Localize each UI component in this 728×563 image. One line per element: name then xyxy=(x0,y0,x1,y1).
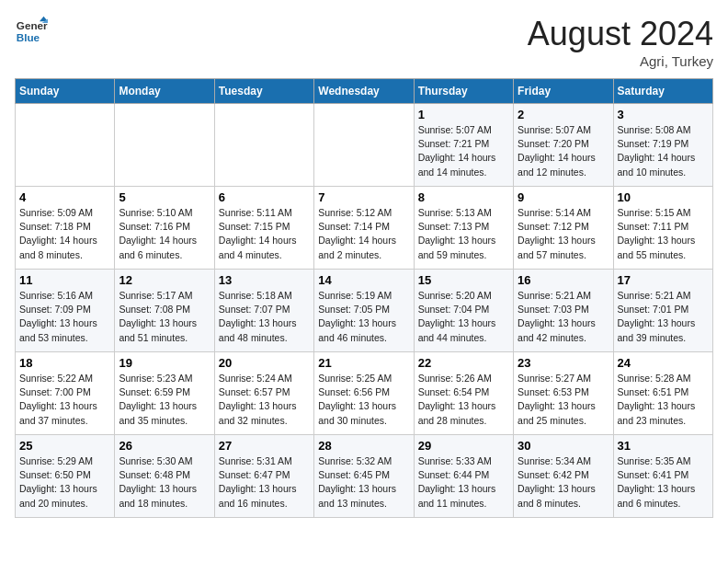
day-info: Sunrise: 5:23 AM Sunset: 6:59 PM Dayligh… xyxy=(119,372,210,428)
calendar-cell: 17Sunrise: 5:21 AM Sunset: 7:01 PM Dayli… xyxy=(613,270,712,352)
calendar-cell: 8Sunrise: 5:13 AM Sunset: 7:13 PM Daylig… xyxy=(414,187,513,270)
day-info: Sunrise: 5:14 AM Sunset: 7:12 PM Dayligh… xyxy=(518,206,609,262)
calendar-cell: 14Sunrise: 5:19 AM Sunset: 7:05 PM Dayli… xyxy=(314,270,414,352)
day-number: 23 xyxy=(518,356,609,370)
calendar-cell: 23Sunrise: 5:27 AM Sunset: 6:53 PM Dayli… xyxy=(514,352,613,435)
day-info: Sunrise: 5:09 AM Sunset: 7:18 PM Dayligh… xyxy=(19,206,110,262)
calendar-cell: 7Sunrise: 5:12 AM Sunset: 7:14 PM Daylig… xyxy=(314,187,414,270)
calendar-cell: 18Sunrise: 5:22 AM Sunset: 7:00 PM Dayli… xyxy=(16,352,115,435)
day-info: Sunrise: 5:27 AM Sunset: 6:53 PM Dayligh… xyxy=(518,372,609,428)
calendar-cell: 27Sunrise: 5:31 AM Sunset: 6:47 PM Dayli… xyxy=(214,435,313,518)
day-number: 3 xyxy=(618,108,709,121)
day-number: 16 xyxy=(518,273,609,287)
day-info: Sunrise: 5:26 AM Sunset: 6:54 PM Dayligh… xyxy=(418,372,509,428)
day-number: 17 xyxy=(618,273,709,287)
weekday-header-row: SundayMondayTuesdayWednesdayThursdayFrid… xyxy=(16,79,713,104)
day-number: 25 xyxy=(19,439,110,453)
day-info: Sunrise: 5:21 AM Sunset: 7:03 PM Dayligh… xyxy=(518,289,609,345)
day-number: 19 xyxy=(119,356,210,370)
weekday-header-monday: Monday xyxy=(115,79,214,104)
weekday-header-thursday: Thursday xyxy=(414,79,513,104)
day-info: Sunrise: 5:25 AM Sunset: 6:56 PM Dayligh… xyxy=(318,372,409,428)
title-block: August 2024 Agri, Turkey xyxy=(528,15,713,69)
calendar-week-row: 4Sunrise: 5:09 AM Sunset: 7:18 PM Daylig… xyxy=(16,187,713,270)
day-info: Sunrise: 5:19 AM Sunset: 7:05 PM Dayligh… xyxy=(318,289,409,345)
calendar-cell: 26Sunrise: 5:30 AM Sunset: 6:48 PM Dayli… xyxy=(115,435,214,518)
calendar-cell: 10Sunrise: 5:15 AM Sunset: 7:11 PM Dayli… xyxy=(613,187,712,270)
day-info: Sunrise: 5:07 AM Sunset: 7:21 PM Dayligh… xyxy=(418,123,509,179)
day-number: 21 xyxy=(318,356,409,370)
day-info: Sunrise: 5:15 AM Sunset: 7:11 PM Dayligh… xyxy=(618,206,709,262)
day-info: Sunrise: 5:20 AM Sunset: 7:04 PM Dayligh… xyxy=(418,289,509,345)
day-info: Sunrise: 5:29 AM Sunset: 6:50 PM Dayligh… xyxy=(19,454,110,511)
day-number: 15 xyxy=(418,273,509,287)
day-number: 8 xyxy=(418,190,509,204)
day-number: 7 xyxy=(318,190,409,204)
calendar-cell: 21Sunrise: 5:25 AM Sunset: 6:56 PM Dayli… xyxy=(314,352,414,435)
day-info: Sunrise: 5:08 AM Sunset: 7:19 PM Dayligh… xyxy=(618,123,709,179)
calendar-cell xyxy=(115,104,214,187)
calendar-week-row: 18Sunrise: 5:22 AM Sunset: 7:00 PM Dayli… xyxy=(16,352,713,435)
month-title: August 2024 xyxy=(528,15,713,53)
day-info: Sunrise: 5:11 AM Sunset: 7:15 PM Dayligh… xyxy=(219,206,310,262)
svg-text:Blue: Blue xyxy=(17,31,40,43)
day-info: Sunrise: 5:10 AM Sunset: 7:16 PM Dayligh… xyxy=(119,206,210,262)
day-number: 9 xyxy=(518,190,609,204)
calendar-cell: 28Sunrise: 5:32 AM Sunset: 6:45 PM Dayli… xyxy=(314,435,414,518)
day-info: Sunrise: 5:32 AM Sunset: 6:45 PM Dayligh… xyxy=(318,454,409,511)
day-info: Sunrise: 5:33 AM Sunset: 6:44 PM Dayligh… xyxy=(418,454,509,511)
calendar-cell: 9Sunrise: 5:14 AM Sunset: 7:12 PM Daylig… xyxy=(514,187,613,270)
day-number: 28 xyxy=(318,439,409,453)
day-number: 18 xyxy=(19,356,110,370)
calendar-cell: 5Sunrise: 5:10 AM Sunset: 7:16 PM Daylig… xyxy=(115,187,214,270)
day-info: Sunrise: 5:12 AM Sunset: 7:14 PM Dayligh… xyxy=(318,206,409,262)
day-number: 1 xyxy=(418,108,509,121)
day-info: Sunrise: 5:07 AM Sunset: 7:20 PM Dayligh… xyxy=(518,123,609,179)
day-info: Sunrise: 5:21 AM Sunset: 7:01 PM Dayligh… xyxy=(618,289,709,345)
calendar-cell: 30Sunrise: 5:34 AM Sunset: 6:42 PM Dayli… xyxy=(514,435,613,518)
day-number: 22 xyxy=(418,356,509,370)
calendar-week-row: 1Sunrise: 5:07 AM Sunset: 7:21 PM Daylig… xyxy=(16,104,713,187)
weekday-header-saturday: Saturday xyxy=(613,79,712,104)
day-info: Sunrise: 5:18 AM Sunset: 7:07 PM Dayligh… xyxy=(219,289,310,345)
weekday-header-sunday: Sunday xyxy=(16,79,115,104)
day-number: 12 xyxy=(119,273,210,287)
day-number: 2 xyxy=(518,108,609,121)
calendar-table: SundayMondayTuesdayWednesdayThursdayFrid… xyxy=(15,78,713,518)
logo-icon: General Blue xyxy=(15,15,48,48)
day-info: Sunrise: 5:24 AM Sunset: 6:57 PM Dayligh… xyxy=(219,372,310,428)
calendar-cell: 13Sunrise: 5:18 AM Sunset: 7:07 PM Dayli… xyxy=(214,270,313,352)
calendar-cell: 20Sunrise: 5:24 AM Sunset: 6:57 PM Dayli… xyxy=(214,352,313,435)
weekday-header-friday: Friday xyxy=(514,79,613,104)
day-info: Sunrise: 5:17 AM Sunset: 7:08 PM Dayligh… xyxy=(119,289,210,345)
calendar-cell: 3Sunrise: 5:08 AM Sunset: 7:19 PM Daylig… xyxy=(613,104,712,187)
page-header: General Blue August 2024 Agri, Turkey xyxy=(15,15,713,69)
calendar-cell: 16Sunrise: 5:21 AM Sunset: 7:03 PM Dayli… xyxy=(514,270,613,352)
calendar-cell xyxy=(214,104,313,187)
day-number: 29 xyxy=(418,439,509,453)
calendar-cell: 25Sunrise: 5:29 AM Sunset: 6:50 PM Dayli… xyxy=(16,435,115,518)
day-info: Sunrise: 5:13 AM Sunset: 7:13 PM Dayligh… xyxy=(418,206,509,262)
calendar-cell: 12Sunrise: 5:17 AM Sunset: 7:08 PM Dayli… xyxy=(115,270,214,352)
day-number: 13 xyxy=(219,273,310,287)
calendar-cell: 1Sunrise: 5:07 AM Sunset: 7:21 PM Daylig… xyxy=(414,104,513,187)
calendar-cell: 6Sunrise: 5:11 AM Sunset: 7:15 PM Daylig… xyxy=(214,187,313,270)
calendar-cell: 11Sunrise: 5:16 AM Sunset: 7:09 PM Dayli… xyxy=(16,270,115,352)
location: Agri, Turkey xyxy=(528,53,713,69)
calendar-cell: 22Sunrise: 5:26 AM Sunset: 6:54 PM Dayli… xyxy=(414,352,513,435)
calendar-week-row: 25Sunrise: 5:29 AM Sunset: 6:50 PM Dayli… xyxy=(16,435,713,518)
day-info: Sunrise: 5:16 AM Sunset: 7:09 PM Dayligh… xyxy=(19,289,110,345)
day-info: Sunrise: 5:31 AM Sunset: 6:47 PM Dayligh… xyxy=(219,454,310,511)
day-number: 4 xyxy=(19,190,110,204)
day-number: 14 xyxy=(318,273,409,287)
day-number: 10 xyxy=(618,190,709,204)
day-info: Sunrise: 5:22 AM Sunset: 7:00 PM Dayligh… xyxy=(19,372,110,428)
day-info: Sunrise: 5:35 AM Sunset: 6:41 PM Dayligh… xyxy=(618,454,709,511)
day-info: Sunrise: 5:30 AM Sunset: 6:48 PM Dayligh… xyxy=(119,454,210,511)
calendar-cell: 2Sunrise: 5:07 AM Sunset: 7:20 PM Daylig… xyxy=(514,104,613,187)
calendar-cell: 19Sunrise: 5:23 AM Sunset: 6:59 PM Dayli… xyxy=(115,352,214,435)
calendar-cell xyxy=(314,104,414,187)
calendar-cell xyxy=(16,104,115,187)
calendar-cell: 15Sunrise: 5:20 AM Sunset: 7:04 PM Dayli… xyxy=(414,270,513,352)
day-number: 6 xyxy=(219,190,310,204)
